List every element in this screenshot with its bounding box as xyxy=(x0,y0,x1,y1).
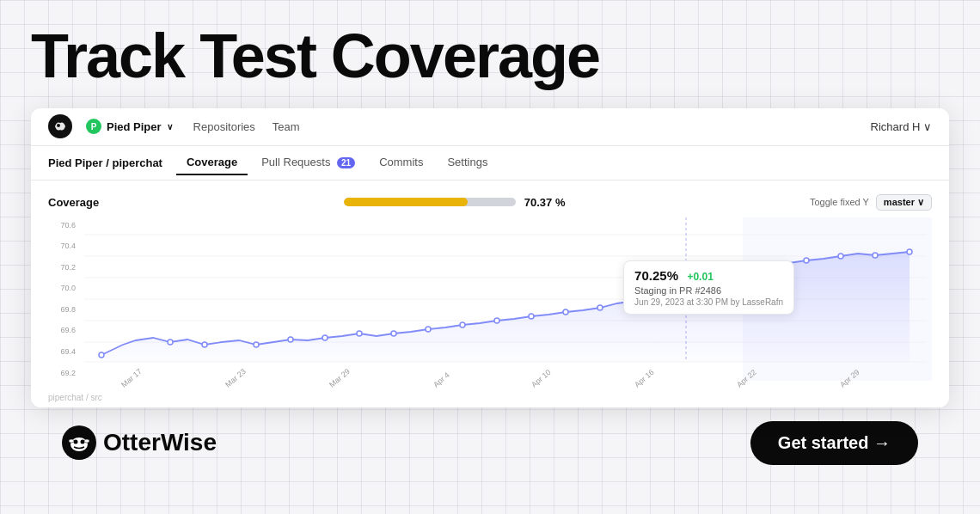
breadcrumb-path: piperchat / src xyxy=(48,393,102,402)
svg-point-21 xyxy=(563,309,568,315)
breadcrumb-org: Pied Piper xyxy=(48,156,103,169)
svg-point-10 xyxy=(168,340,173,345)
chart-tooltip: 70.25% +0.01 Staging in PR #2486 Jun 29,… xyxy=(623,260,794,315)
svg-point-31 xyxy=(873,253,878,258)
svg-point-19 xyxy=(494,318,499,323)
svg-point-12 xyxy=(254,342,259,347)
get-started-button[interactable]: Get started → xyxy=(750,421,918,465)
toggle-fixed-y-label[interactable]: Toggle fixed Y xyxy=(810,197,869,207)
app-logo-icon xyxy=(48,114,72,138)
org-icon: P xyxy=(86,119,101,134)
progress-bar-fill xyxy=(344,198,468,206)
svg-point-15 xyxy=(357,331,362,336)
y-label-5: 69.8 xyxy=(48,305,79,314)
tab-coverage[interactable]: Coverage xyxy=(176,150,248,175)
y-label-1: 70.6 xyxy=(48,221,79,229)
y-label-6: 69.6 xyxy=(48,326,79,334)
chart-area: Coverage 70.37 % Toggle fixed Y master ∨ xyxy=(31,181,949,407)
svg-point-39 xyxy=(84,439,89,443)
svg-point-9 xyxy=(99,352,104,358)
nav-team[interactable]: Team xyxy=(273,120,300,133)
y-label-8: 69.2 xyxy=(48,369,79,377)
svg-point-18 xyxy=(460,322,465,327)
branch-selector[interactable]: master ∨ xyxy=(876,194,932,211)
tooltip-change: +0.01 xyxy=(687,271,713,283)
chart-progress-area: 70.37 % xyxy=(99,196,810,209)
progress-bar-background xyxy=(344,198,516,206)
svg-point-16 xyxy=(391,331,396,336)
tabs-bar: Pied Piper / piperchat Coverage Pull Req… xyxy=(31,146,949,181)
pull-requests-badge: 21 xyxy=(337,157,355,168)
svg-point-22 xyxy=(597,305,603,310)
nav-repositories[interactable]: Repositories xyxy=(193,120,255,133)
y-label-3: 70.2 xyxy=(48,263,79,272)
y-label-7: 69.4 xyxy=(48,347,79,356)
main-wrapper: Track Test Coverage P Pied Piper ∨ Repos… xyxy=(0,0,980,465)
tooltip-row: 70.25% +0.01 xyxy=(634,268,783,284)
nav-org-selector[interactable]: P Pied Piper ∨ xyxy=(86,119,173,134)
breadcrumb: Pied Piper / piperchat xyxy=(48,156,162,169)
org-name: Pied Piper xyxy=(107,120,162,133)
y-label-4: 70.0 xyxy=(48,284,79,292)
breadcrumb-repo: piperchat xyxy=(112,156,162,169)
otterwise-logo-icon xyxy=(62,425,96,460)
svg-point-32 xyxy=(907,249,912,254)
nav-user-menu[interactable]: Richard H ∨ xyxy=(871,120,932,133)
tab-commits[interactable]: Commits xyxy=(369,150,433,175)
tooltip-value: 70.25% xyxy=(634,268,678,283)
chart-controls: Toggle fixed Y master ∨ xyxy=(810,194,932,211)
otterwise-brand-name: OtterWise xyxy=(103,429,217,456)
progress-label: 70.37 % xyxy=(524,196,566,209)
y-label-2: 70.4 xyxy=(48,242,79,250)
svg-point-17 xyxy=(426,327,431,332)
chart-svg-wrapper: 70.6 70.4 70.2 70.0 69.8 69.6 69.4 69.2 … xyxy=(48,217,932,381)
otterwise-logo: OtterWise xyxy=(62,425,217,460)
svg-point-13 xyxy=(288,337,293,342)
svg-point-37 xyxy=(81,440,85,444)
svg-point-30 xyxy=(838,254,843,259)
svg-point-11 xyxy=(202,342,207,347)
x-axis: Mar 17 Mar 23 Mar 29 Apr 4 Apr 10 Apr 16… xyxy=(48,382,932,391)
tooltip-date: Jun 29, 2023 at 3:30 PM by LasseRafn xyxy=(634,297,783,307)
chart-header: Coverage 70.37 % Toggle fixed Y master ∨ xyxy=(48,194,932,211)
svg-point-1 xyxy=(57,124,60,127)
bottom-bar: OtterWise Get started → xyxy=(31,421,949,465)
tooltip-description: Staging in PR #2486 xyxy=(634,285,783,296)
svg-point-29 xyxy=(804,258,809,263)
svg-point-14 xyxy=(322,335,328,340)
chart-title: Coverage xyxy=(48,196,99,209)
y-axis: 70.6 70.4 70.2 70.0 69.8 69.6 69.4 69.2 xyxy=(48,217,79,381)
tab-pull-requests[interactable]: Pull Requests 21 xyxy=(251,150,365,175)
tab-settings[interactable]: Settings xyxy=(437,150,498,175)
app-window: P Pied Piper ∨ Repositories Team Richard… xyxy=(31,108,949,407)
coverage-chart xyxy=(79,217,932,372)
nav-bar: P Pied Piper ∨ Repositories Team Richard… xyxy=(31,108,949,146)
svg-point-36 xyxy=(74,440,78,444)
nav-links: Repositories Team xyxy=(193,120,300,133)
svg-point-20 xyxy=(529,314,534,319)
org-chevron-icon: ∨ xyxy=(167,122,173,132)
svg-point-38 xyxy=(69,439,74,443)
page-headline: Track Test Coverage xyxy=(31,24,949,89)
